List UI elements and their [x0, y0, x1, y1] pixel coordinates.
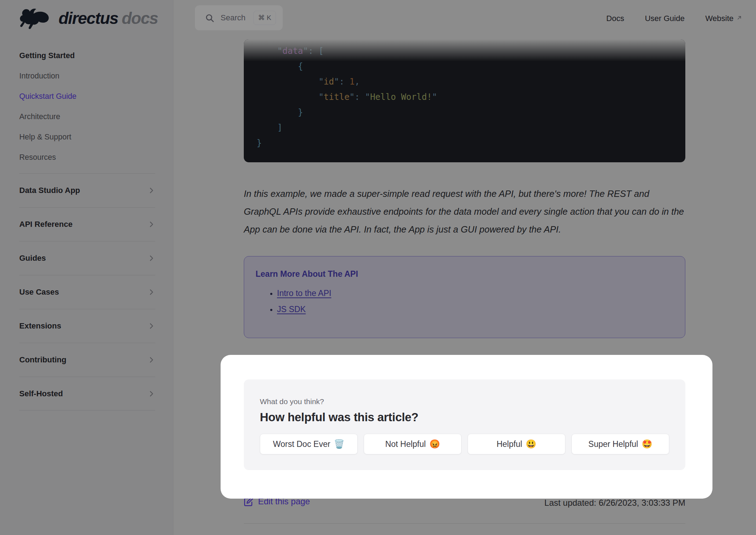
feedback-button-label: Super Helpful	[588, 439, 638, 449]
feedback-card: What do you think? How helpful was this …	[244, 379, 685, 470]
search-label: Search	[221, 13, 246, 22]
feedback-spotlight: What do you think? How helpful was this …	[221, 355, 712, 499]
feedback-button-row: Worst Doc Ever 🗑️ Not Helpful 😡 Helpful …	[260, 434, 669, 454]
feedback-question: How helpful was this article?	[260, 411, 669, 424]
feedback-button-label: Helpful	[497, 439, 522, 449]
feedback-button-emoji: 🗑️	[334, 440, 344, 448]
feedback-button-emoji: 😃	[526, 440, 536, 448]
search-icon	[205, 13, 215, 23]
feedback-button-not-helpful[interactable]: Not Helpful 😡	[364, 434, 462, 454]
page: directusdocs Getting Started Introductio…	[0, 0, 756, 535]
feedback-button-emoji: 🤩	[642, 440, 652, 448]
feedback-button-label: Worst Doc Ever	[273, 439, 331, 449]
feedback-button-worst-doc-ever[interactable]: Worst Doc Ever 🗑️	[260, 434, 358, 454]
feedback-button-helpful[interactable]: Helpful 😃	[468, 434, 565, 454]
search-button[interactable]: Search ⌘ K	[195, 5, 283, 30]
feedback-button-emoji: 😡	[429, 440, 440, 448]
search-kbd-shortcut: ⌘ K	[253, 11, 276, 25]
feedback-kicker: What do you think?	[260, 397, 669, 406]
feedback-button-label: Not Helpful	[385, 439, 426, 449]
feedback-button-super-helpful[interactable]: Super Helpful 🤩	[571, 434, 669, 454]
